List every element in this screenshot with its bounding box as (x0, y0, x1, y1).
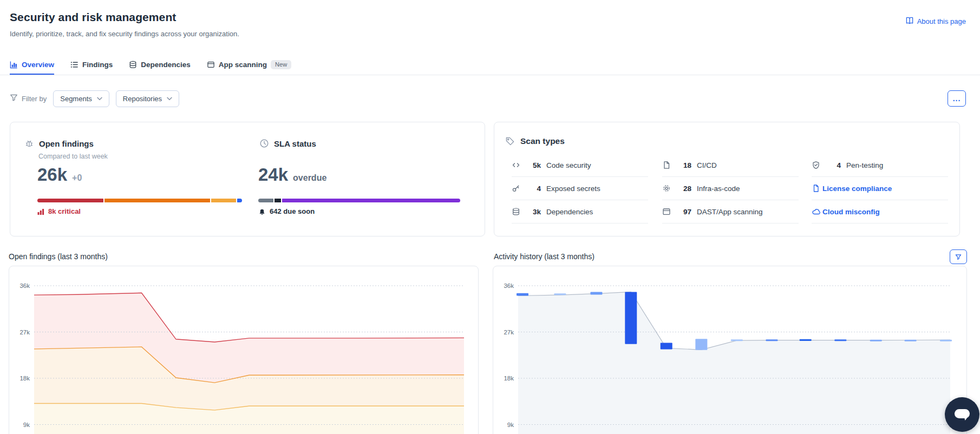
bar-segment (282, 199, 460, 202)
tag-icon (505, 136, 515, 146)
scan-type-infra-as-code[interactable]: 28 Infra-as-code (662, 177, 799, 200)
key-icon (512, 184, 521, 193)
sla-bar (258, 199, 461, 202)
scan-types-column-2: 18 CI/CD 28 Infra-as-code 97 DAST/App sc… (662, 154, 799, 223)
sla-value-label: overdue (293, 173, 326, 183)
page-header: Security and risk management Identify, p… (10, 11, 239, 38)
shield-check-icon (812, 161, 821, 169)
browser-icon (207, 61, 215, 69)
page-subtitle: Identify, prioritize, track, and fix sec… (10, 30, 239, 38)
file-icon (662, 161, 672, 169)
book-icon (905, 16, 914, 27)
bar-segment (237, 199, 242, 202)
svg-text:27k: 27k (19, 329, 30, 336)
window-icon (662, 207, 672, 216)
scan-types-card: Scan types 5k Code security 4 Exposed se… (494, 122, 960, 236)
gear-icon (662, 184, 672, 193)
open-findings-chart-svg: 36k27k18k9k (9, 266, 479, 434)
scan-types-title: Scan types (520, 136, 565, 146)
svg-text:36k: 36k (19, 282, 30, 289)
open-findings-chart: 36k27k18k9k (9, 266, 479, 434)
scan-types-header: Scan types (505, 136, 565, 146)
mini-bars-icon (37, 208, 44, 215)
bar-segment (104, 199, 210, 202)
bar-segment (37, 199, 103, 202)
activity-filter-button[interactable] (950, 249, 967, 264)
tab-overview[interactable]: Overview (10, 56, 54, 75)
activity-chart-title: Activity history (last 3 months) (494, 252, 594, 261)
bar-segment (258, 199, 273, 202)
severity-bar (37, 199, 242, 202)
code-icon (512, 161, 521, 169)
scan-type-dast[interactable]: 97 DAST/App scanning (662, 200, 799, 223)
clock-icon (259, 139, 269, 148)
activity-history-chart-svg: 36k27k18k9k (493, 266, 967, 434)
scan-type-dependencies[interactable]: 3k Dependencies (512, 200, 648, 223)
open-findings-title: Open findings (39, 139, 94, 148)
open-findings-value-row: 26k +0 (37, 165, 82, 185)
chevron-down-icon (167, 97, 172, 101)
open-findings-header: Open findings (24, 139, 94, 148)
bar-chart-icon (10, 61, 18, 69)
repositories-dropdown[interactable]: Repositories (116, 90, 179, 107)
more-options-button[interactable]: ... (948, 90, 966, 107)
cloud-misconfig-link[interactable]: Cloud misconfig (812, 200, 948, 223)
svg-text:36k: 36k (504, 282, 514, 289)
tab-app-scanning[interactable]: App scanning New (207, 56, 291, 75)
chat-launcher-button[interactable] (945, 397, 979, 432)
svg-text:9k: 9k (23, 422, 30, 428)
summary-card: Open findings Compared to last week 26k … (10, 122, 485, 236)
svg-text:27k: 27k (504, 329, 514, 336)
scan-type-code-security[interactable]: 5k Code security (512, 154, 648, 177)
sla-title: SLA status (274, 139, 316, 148)
scan-types-column-1: 5k Code security 4 Exposed secrets 3k De… (512, 154, 648, 223)
scan-type-cicd[interactable]: 18 CI/CD (662, 154, 799, 177)
scan-type-pen-testing[interactable]: 4 Pen-testing (812, 154, 948, 177)
open-findings-value: 26k (37, 165, 67, 185)
bar-segment (211, 199, 236, 202)
filter-by-label: Filter by (10, 94, 47, 103)
page-title: Security and risk management (10, 11, 239, 24)
scan-type-exposed-secrets[interactable]: 4 Exposed secrets (512, 177, 648, 200)
new-badge: New (271, 60, 291, 69)
bug-icon (24, 139, 34, 148)
activity-history-chart: 36k27k18k9k (493, 266, 967, 434)
layers-icon (129, 61, 137, 69)
chat-bubble-icon (954, 407, 970, 422)
about-this-page-link[interactable]: About this page (905, 16, 966, 27)
critical-footnote: 8k critical (37, 207, 81, 215)
cloud-icon (812, 207, 821, 216)
layers-icon (512, 207, 521, 216)
license-compliance-link[interactable]: License compliance (812, 177, 948, 200)
svg-text:18k: 18k (19, 375, 30, 382)
due-soon-footnote: 642 due soon (258, 207, 315, 215)
list-icon (70, 61, 79, 69)
svg-text:18k: 18k (504, 375, 514, 382)
segments-dropdown[interactable]: Segments (53, 90, 109, 107)
funnel-icon (10, 94, 18, 103)
chevron-down-icon (97, 97, 102, 101)
filter-bar: Filter by Segments Repositories ... (10, 90, 966, 107)
tab-dependencies[interactable]: Dependencies (129, 56, 191, 75)
tab-bar: Overview Findings Dependencies App scann… (0, 56, 980, 75)
sla-header: SLA status (259, 139, 316, 148)
doc-icon (812, 184, 821, 193)
bar-segment (275, 199, 281, 202)
sla-value-row: 24k overdue (258, 165, 326, 185)
bell-icon (258, 208, 266, 215)
funnel-icon (955, 254, 962, 260)
open-findings-subtitle: Compared to last week (38, 153, 108, 160)
sla-value: 24k (258, 165, 288, 185)
open-findings-chart-title: Open findings (last 3 months) (9, 252, 108, 261)
open-findings-delta: +0 (72, 173, 82, 183)
scan-types-column-3: 4 Pen-testing License compliance Cloud m… (812, 154, 948, 223)
svg-text:9k: 9k (507, 422, 514, 428)
tab-findings[interactable]: Findings (70, 56, 113, 75)
